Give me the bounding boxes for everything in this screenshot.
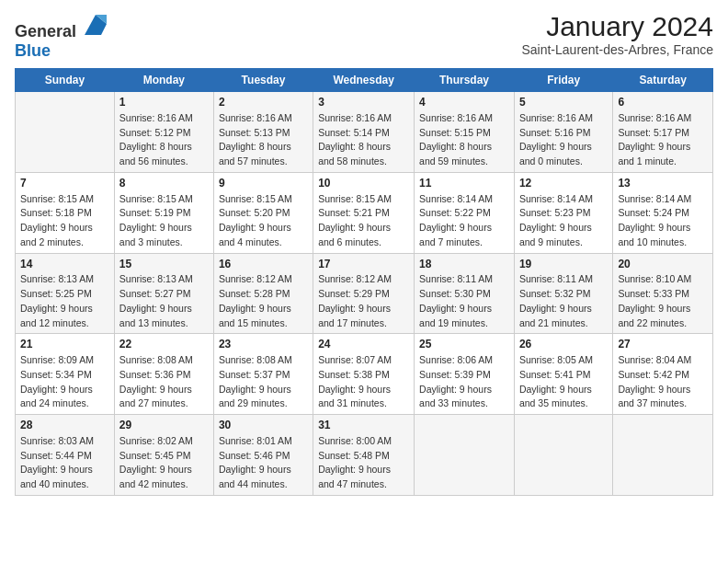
day-info: Sunrise: 8:15 AMSunset: 5:19 PMDaylight:…	[119, 193, 193, 247]
day-info: Sunrise: 8:16 AMSunset: 5:16 PMDaylight:…	[519, 112, 593, 167]
day-cell: 10Sunrise: 8:15 AMSunset: 5:21 PMDayligh…	[313, 172, 415, 253]
col-monday: Monday	[114, 69, 213, 92]
day-number: 6	[618, 95, 708, 110]
day-number: 13	[618, 176, 708, 191]
col-sunday: Sunday	[16, 69, 115, 92]
header-row: Sunday Monday Tuesday Wednesday Thursday…	[16, 69, 713, 92]
day-number: 24	[318, 337, 409, 352]
col-wednesday: Wednesday	[313, 69, 415, 92]
day-cell: 26Sunrise: 8:05 AMSunset: 5:41 PMDayligh…	[514, 334, 612, 415]
day-cell: 30Sunrise: 8:01 AMSunset: 5:46 PMDayligh…	[213, 415, 313, 496]
day-info: Sunrise: 8:05 AMSunset: 5:41 PMDaylight:…	[519, 354, 593, 408]
day-cell: 4Sunrise: 8:16 AMSunset: 5:15 PMDaylight…	[415, 92, 515, 173]
day-cell: 27Sunrise: 8:04 AMSunset: 5:42 PMDayligh…	[613, 334, 713, 415]
day-info: Sunrise: 8:16 AMSunset: 5:13 PMDaylight:…	[219, 112, 292, 167]
day-cell: 11Sunrise: 8:14 AMSunset: 5:22 PMDayligh…	[415, 172, 515, 253]
col-tuesday: Tuesday	[213, 69, 313, 92]
day-info: Sunrise: 8:15 AMSunset: 5:18 PMDaylight:…	[20, 193, 94, 247]
day-cell: 28Sunrise: 8:03 AMSunset: 5:44 PMDayligh…	[16, 415, 115, 496]
day-info: Sunrise: 8:00 AMSunset: 5:48 PMDaylight:…	[318, 435, 392, 489]
day-number: 25	[419, 337, 509, 352]
col-saturday: Saturday	[613, 69, 713, 92]
day-cell: 29Sunrise: 8:02 AMSunset: 5:45 PMDayligh…	[114, 415, 213, 496]
day-cell: 14Sunrise: 8:13 AMSunset: 5:25 PMDayligh…	[16, 253, 115, 334]
day-number: 29	[119, 418, 209, 433]
day-info: Sunrise: 8:09 AMSunset: 5:34 PMDaylight:…	[20, 354, 94, 408]
day-cell: 3Sunrise: 8:16 AMSunset: 5:14 PMDaylight…	[313, 92, 415, 173]
day-info: Sunrise: 8:01 AMSunset: 5:46 PMDaylight:…	[219, 435, 292, 489]
day-cell: 2Sunrise: 8:16 AMSunset: 5:13 PMDaylight…	[213, 92, 313, 173]
day-cell: 9Sunrise: 8:15 AMSunset: 5:20 PMDaylight…	[213, 172, 313, 253]
day-number: 16	[219, 257, 308, 272]
logo-icon	[83, 11, 108, 37]
day-cell: 23Sunrise: 8:08 AMSunset: 5:37 PMDayligh…	[213, 334, 313, 415]
day-cell: 25Sunrise: 8:06 AMSunset: 5:39 PMDayligh…	[415, 334, 515, 415]
day-number: 7	[20, 176, 109, 191]
logo: General Blue	[15, 11, 108, 61]
day-number: 10	[318, 176, 409, 191]
logo-general: General	[15, 22, 76, 40]
day-number: 30	[219, 418, 308, 433]
day-number: 14	[20, 257, 109, 272]
day-cell: 7Sunrise: 8:15 AMSunset: 5:18 PMDaylight…	[16, 172, 115, 253]
day-number: 11	[419, 176, 509, 191]
day-info: Sunrise: 8:03 AMSunset: 5:44 PMDaylight:…	[20, 435, 94, 489]
day-number: 31	[318, 418, 409, 433]
day-number: 22	[119, 337, 209, 352]
day-number: 9	[219, 176, 308, 191]
day-number: 18	[419, 257, 509, 272]
day-cell: 31Sunrise: 8:00 AMSunset: 5:48 PMDayligh…	[313, 415, 415, 496]
day-cell: 5Sunrise: 8:16 AMSunset: 5:16 PMDaylight…	[514, 92, 612, 173]
day-number: 3	[318, 95, 409, 110]
day-info: Sunrise: 8:15 AMSunset: 5:21 PMDaylight:…	[318, 193, 392, 247]
week-row-4: 21Sunrise: 8:09 AMSunset: 5:34 PMDayligh…	[16, 334, 713, 415]
day-cell: 24Sunrise: 8:07 AMSunset: 5:38 PMDayligh…	[313, 334, 415, 415]
day-info: Sunrise: 8:16 AMSunset: 5:14 PMDaylight:…	[318, 112, 392, 167]
day-cell: 18Sunrise: 8:11 AMSunset: 5:30 PMDayligh…	[415, 253, 515, 334]
day-info: Sunrise: 8:14 AMSunset: 5:23 PMDaylight:…	[519, 193, 593, 247]
week-row-1: 1Sunrise: 8:16 AMSunset: 5:12 PMDaylight…	[16, 92, 713, 173]
day-cell: 13Sunrise: 8:14 AMSunset: 5:24 PMDayligh…	[613, 172, 713, 253]
day-info: Sunrise: 8:10 AMSunset: 5:33 PMDaylight:…	[618, 273, 691, 327]
week-row-5: 28Sunrise: 8:03 AMSunset: 5:44 PMDayligh…	[16, 415, 713, 496]
day-number: 1	[119, 95, 209, 110]
day-cell: 8Sunrise: 8:15 AMSunset: 5:19 PMDaylight…	[114, 172, 213, 253]
day-cell: 1Sunrise: 8:16 AMSunset: 5:12 PMDaylight…	[114, 92, 213, 173]
day-number: 2	[219, 95, 308, 110]
day-cell	[415, 415, 515, 496]
day-number: 21	[20, 337, 109, 352]
day-info: Sunrise: 8:14 AMSunset: 5:24 PMDaylight:…	[618, 193, 691, 247]
day-cell: 17Sunrise: 8:12 AMSunset: 5:29 PMDayligh…	[313, 253, 415, 334]
day-cell: 15Sunrise: 8:13 AMSunset: 5:27 PMDayligh…	[114, 253, 213, 334]
day-number: 15	[119, 257, 209, 272]
day-number: 8	[119, 176, 209, 191]
day-info: Sunrise: 8:14 AMSunset: 5:22 PMDaylight:…	[419, 193, 493, 247]
day-info: Sunrise: 8:16 AMSunset: 5:12 PMDaylight:…	[119, 112, 193, 167]
day-cell	[613, 415, 713, 496]
calendar-table: Sunday Monday Tuesday Wednesday Thursday…	[15, 68, 713, 496]
week-row-3: 14Sunrise: 8:13 AMSunset: 5:25 PMDayligh…	[16, 253, 713, 334]
title-area: January 2024 Saint-Laurent-des-Arbres, F…	[521, 11, 713, 57]
page-container: General Blue January 2024 Saint-Laurent-…	[0, 0, 728, 563]
col-friday: Friday	[514, 69, 612, 92]
day-cell: 6Sunrise: 8:16 AMSunset: 5:17 PMDaylight…	[613, 92, 713, 173]
day-cell: 22Sunrise: 8:08 AMSunset: 5:36 PMDayligh…	[114, 334, 213, 415]
header: General Blue January 2024 Saint-Laurent-…	[15, 11, 713, 61]
day-number: 23	[219, 337, 308, 352]
day-number: 5	[519, 95, 608, 110]
calendar-body: 1Sunrise: 8:16 AMSunset: 5:12 PMDaylight…	[16, 92, 713, 496]
day-info: Sunrise: 8:15 AMSunset: 5:20 PMDaylight:…	[219, 193, 292, 247]
day-info: Sunrise: 8:08 AMSunset: 5:36 PMDaylight:…	[119, 354, 193, 408]
day-number: 27	[618, 337, 708, 352]
day-info: Sunrise: 8:07 AMSunset: 5:38 PMDaylight:…	[318, 354, 392, 408]
day-info: Sunrise: 8:16 AMSunset: 5:15 PMDaylight:…	[419, 112, 493, 167]
day-cell: 20Sunrise: 8:10 AMSunset: 5:33 PMDayligh…	[613, 253, 713, 334]
day-info: Sunrise: 8:13 AMSunset: 5:25 PMDaylight:…	[20, 273, 94, 327]
day-cell: 19Sunrise: 8:11 AMSunset: 5:32 PMDayligh…	[514, 253, 612, 334]
week-row-2: 7Sunrise: 8:15 AMSunset: 5:18 PMDaylight…	[16, 172, 713, 253]
day-info: Sunrise: 8:16 AMSunset: 5:17 PMDaylight:…	[618, 112, 691, 167]
day-info: Sunrise: 8:13 AMSunset: 5:27 PMDaylight:…	[119, 273, 193, 327]
logo-blue: Blue	[15, 41, 51, 60]
day-info: Sunrise: 8:04 AMSunset: 5:42 PMDaylight:…	[618, 354, 691, 408]
day-cell	[514, 415, 612, 496]
